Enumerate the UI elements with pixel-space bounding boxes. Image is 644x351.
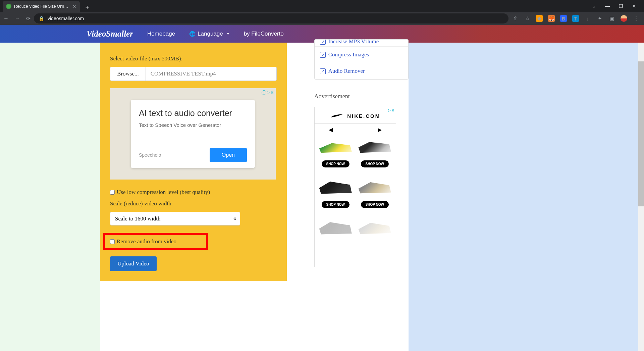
select-file-label: Select video file (max 500MB): — [110, 55, 277, 62]
shoe-item[interactable]: SHOP NOW — [355, 133, 394, 173]
external-link-icon — [320, 68, 326, 74]
tab-title: Reduce Video File Size Online, M — [14, 4, 70, 9]
back-icon[interactable]: ← — [3, 15, 9, 21]
sidebar-item-audio-remover[interactable]: Audio Remover — [315, 63, 408, 79]
adchoices-icon[interactable]: ▷ — [388, 108, 391, 113]
shop-now-button[interactable]: SHOP NOW — [322, 201, 350, 208]
sidebar-ad[interactable]: ▷ ✕ NIKE.COM ◀ ▶ — [314, 107, 396, 267]
left-margin — [0, 43, 100, 351]
browser-tab[interactable]: Reduce Video File Size Online, M ✕ — [3, 1, 80, 12]
nike-swoosh-icon — [330, 113, 344, 119]
ad-card[interactable]: AI text to audio converter Text to Speec… — [131, 100, 255, 168]
sidebar: Increase MP3 Volume Compress Images Audi… — [314, 43, 409, 281]
extension-icon-1[interactable]: ◆ — [536, 15, 543, 22]
ad-close-icon[interactable]: ✕ — [270, 90, 274, 95]
nav-language[interactable]: 🌐 Language ▼ — [189, 31, 230, 37]
reload-icon[interactable]: ⟳ — [26, 15, 31, 22]
translate-icon: 🌐 — [189, 31, 196, 37]
shoe-image — [317, 217, 354, 238]
remove-audio-option[interactable]: Remove audio from video — [110, 238, 203, 245]
share-icon[interactable]: ⇧ — [512, 15, 519, 22]
external-link-icon — [320, 51, 326, 58]
shoe-image — [317, 136, 354, 157]
ad-brand: Speechelo — [139, 152, 161, 158]
low-compression-option[interactable]: Use low compression level (best quality) — [110, 189, 277, 196]
ad-title: AI text to audio converter — [139, 108, 247, 118]
ad-subtitle: Text to Speech Voice over Generator — [139, 122, 247, 128]
external-link-icon — [320, 40, 326, 45]
window-maximize-icon[interactable]: ❐ — [616, 3, 626, 9]
profile-avatar-icon[interactable] — [621, 15, 627, 22]
nike-ad-header: NIKE.COM — [315, 107, 396, 124]
page-scrollbar-thumb[interactable] — [638, 61, 644, 206]
shoe-image — [357, 136, 393, 157]
nav-homepage[interactable]: Homepage — [147, 31, 175, 37]
window-close-icon[interactable]: ✕ — [629, 3, 639, 9]
side-panel-icon[interactable]: ▣ — [608, 15, 615, 22]
caret-down-icon: ▼ — [226, 32, 230, 36]
shoe-item[interactable]: SHOP NOW — [316, 133, 355, 173]
scale-width-select[interactable]: Scale to 1600 width — [110, 212, 240, 225]
nav-fileconverto[interactable]: by FileConverto — [244, 31, 284, 37]
chrome-menu-icon[interactable]: ⋮ — [633, 15, 639, 22]
page-scrollbar-track[interactable] — [638, 43, 644, 351]
ad-open-button[interactable]: Open — [210, 148, 247, 162]
nike-brand-text: NIKE.COM — [347, 113, 380, 119]
shoe-image — [357, 176, 393, 198]
right-margin — [409, 43, 644, 351]
remove-audio-highlight: Remove audio from video — [103, 233, 208, 250]
upload-form-panel: Select video file (max 500MB): Browse...… — [100, 43, 287, 281]
extension-icon-3[interactable]: B — [560, 15, 567, 22]
upload-video-button[interactable]: Upload Video — [110, 256, 157, 271]
tab-favicon — [6, 4, 11, 9]
related-tools-list: Increase MP3 Volume Compress Images Audi… — [314, 39, 409, 80]
ad-close-icon[interactable]: ✕ — [391, 108, 394, 113]
shoe-item[interactable] — [316, 214, 355, 248]
sidebar-item-compress-images[interactable]: Compress Images — [315, 47, 408, 63]
browse-button[interactable]: Browse... — [110, 67, 146, 81]
shop-now-button[interactable]: SHOP NOW — [361, 201, 389, 208]
inline-ad: i ▷ ✕ AI text to audio converter Text to… — [110, 88, 276, 180]
carousel-prev-icon[interactable]: ◀ — [329, 127, 333, 133]
file-input-row: Browse... COMPRESSIVE TEST.mp4 — [110, 67, 277, 81]
window-minimize-icon[interactable]: — — [602, 3, 612, 9]
shop-now-button[interactable]: SHOP NOW — [361, 160, 389, 167]
tab-close-icon[interactable]: ✕ — [72, 4, 76, 9]
remove-audio-checkbox[interactable] — [110, 239, 115, 244]
shoe-item[interactable] — [355, 214, 394, 248]
scale-label: Scale (reduce) video width: — [110, 200, 277, 207]
selected-file-name: COMPRESSIVE TEST.mp4 — [146, 67, 276, 81]
bookmark-star-icon[interactable]: ☆ — [524, 15, 531, 22]
lock-icon: 🔒 — [39, 16, 44, 21]
low-compression-checkbox[interactable] — [110, 190, 115, 195]
download-icon[interactable]: ↓ — [584, 15, 591, 22]
site-logo[interactable]: VideoSmaller — [87, 29, 133, 39]
new-tab-button[interactable]: + — [83, 3, 92, 12]
ad-info-icon[interactable]: i — [262, 90, 266, 95]
address-bar[interactable]: 🔒 videosmaller.com — [34, 13, 508, 23]
shoe-image — [357, 217, 393, 238]
shoe-image — [317, 176, 354, 198]
shoe-item[interactable]: SHOP NOW — [355, 173, 394, 214]
url-text: videosmaller.com — [48, 16, 84, 21]
forward-icon[interactable]: → — [15, 15, 20, 21]
shoe-item[interactable]: SHOP NOW — [316, 173, 355, 214]
extensions-puzzle-icon[interactable]: ✦ — [596, 15, 603, 22]
adchoices-icon[interactable]: ▷ — [267, 90, 270, 95]
sidebar-item-mp3volume[interactable]: Increase MP3 Volume — [315, 40, 408, 47]
carousel-next-icon[interactable]: ▶ — [378, 127, 382, 133]
extension-metamask-icon[interactable]: 🦊 — [548, 15, 555, 22]
advertisement-label: Advertisement — [314, 93, 409, 100]
tabs-dropdown-icon[interactable]: ⌄ — [589, 3, 599, 9]
extension-icon-4[interactable]: T — [572, 15, 579, 22]
shop-now-button[interactable]: SHOP NOW — [322, 160, 350, 167]
